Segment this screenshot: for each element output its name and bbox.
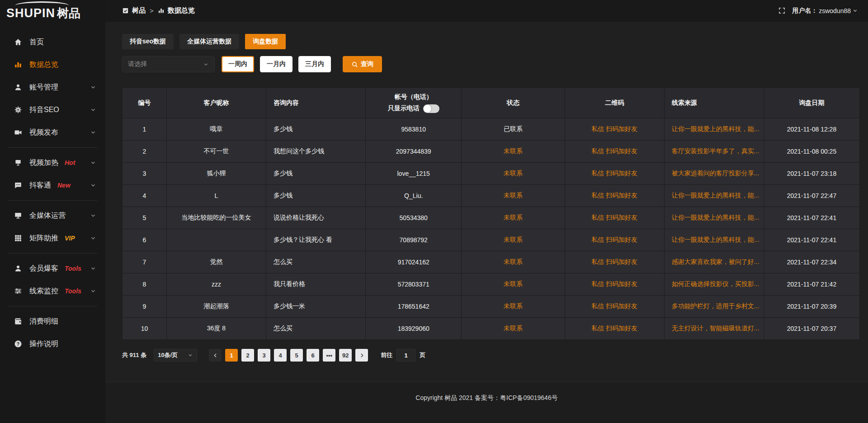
cell-id: 4 [123,185,167,207]
cell-qrcode-link[interactable]: 私信 扫码加好友 [565,163,664,185]
sidebar-item-label: 会员爆客 [29,264,58,273]
cell-account: 70898792 [366,229,462,251]
cell-qrcode-link[interactable]: 私信 扫码加好友 [565,118,664,141]
next-page-button[interactable] [355,349,368,362]
sidebar-item-11[interactable]: 消费明细 [0,310,105,333]
cell-account: love__1215 [366,163,462,185]
cell-account: 572803371 [366,273,462,296]
chevron-down-icon [90,107,96,113]
sidebar-item-label: 账号管理 [29,83,58,92]
page-size-value: 10条/页 [158,351,178,359]
sidebar-item-0[interactable]: 首页 [0,31,105,53]
svg-text:?: ? [17,341,19,347]
range-button-1[interactable]: 一月内 [260,56,292,72]
sidebar-item-5[interactable]: 视频加热Hot [0,151,105,174]
sidebar-item-2[interactable]: 账号管理 [0,76,105,99]
goto-page-input[interactable]: 1 [396,349,415,362]
cell-account: 917024162 [366,251,462,273]
table-body: 1哦章多少钱9583810已联系私信 扫码加好友让你一眼就爱上的黑科技，能...… [123,118,860,340]
cell-account: 9583810 [366,118,462,141]
cell-source-link[interactable]: 被大家追着问的客厅投影分享... [664,163,764,185]
sidebar-item-12[interactable]: ?操作说明 [0,333,105,355]
prev-page-button[interactable] [209,349,222,362]
cell-status: 未联系 [462,163,565,185]
sidebar-item-3[interactable]: 抖音SEO [0,99,105,121]
main-column: 树品 > 数据总览 用户名： zswodun88 [105,0,868,423]
breadcrumb-app[interactable]: 树品 [132,6,146,15]
range-button-2[interactable]: 三月内 [298,56,331,72]
cell-source-link[interactable]: 让你一眼就爱上的黑科技，能... [664,229,764,251]
user-menu[interactable]: 用户名： zswodun88 [792,7,858,15]
chevron-down-icon [90,265,96,272]
tab-2[interactable]: 询盘数据 [245,34,286,49]
cell-status: 未联系 [462,229,565,251]
cell-date: 2021-11-07 20:39 [764,296,859,318]
page-size-select[interactable]: 10条/页 [154,349,197,362]
page-button-5[interactable]: 5 [290,349,303,362]
cell-nickname: 不可一世 [166,141,266,163]
cell-nickname: 36度 8 [166,318,266,340]
ellipsis-page-button[interactable]: ••• [323,349,335,362]
query-button[interactable]: 查询 [343,56,382,72]
cell-source-link[interactable]: 感谢大家喜欢我家，被问了好... [664,251,764,273]
sliders-icon [14,287,23,295]
cell-source-link[interactable]: 让你一眼就爱上的黑科技，能... [664,207,764,229]
sidebar-item-7[interactable]: 全媒体运营 [0,204,105,227]
cell-qrcode-link[interactable]: 私信 扫码加好友 [565,273,664,296]
cell-source-link[interactable]: 让你一眼就爱上的黑科技，能... [664,185,764,207]
cell-nickname: 当地比较能吃的一位美女 [166,207,266,229]
cell-source-link[interactable]: 如何正确选择投影仪，买投影... [664,273,764,296]
sidebar-item-4[interactable]: 视频发布 [0,121,105,144]
fullscreen-icon[interactable] [778,7,786,14]
page-button-2[interactable]: 2 [241,349,254,362]
cell-id: 6 [123,229,167,251]
sidebar-item-10[interactable]: 线索监控Tools [0,280,105,302]
cell-source-link[interactable]: 客厅安装投影半年多了，真实... [664,141,764,163]
sidebar-divider [8,306,97,306]
sidebar-item-badge: Tools [65,265,81,272]
topbar-right: 用户名： zswodun88 [778,7,858,15]
cell-id: 5 [123,207,167,229]
app-root: SHUPIN 树品 首页数据总览账号管理抖音SEO视频发布视频加热Hot抖客通N… [0,0,868,423]
page-button-1[interactable]: 1 [225,349,238,362]
cell-date: 2021-11-07 21:42 [764,273,859,296]
table-row: 5当地比较能吃的一位美女说说价格让我死心50534380未联系私信 扫码加好友让… [123,207,860,229]
chevron-down-icon [90,288,96,294]
cell-qrcode-link[interactable]: 私信 扫码加好友 [565,251,664,273]
cell-qrcode-link[interactable]: 私信 扫码加好友 [565,296,664,318]
sidebar-item-label: 视频发布 [29,128,58,137]
tab-0[interactable]: 抖音seo数据 [122,34,174,49]
sidebar-item-8[interactable]: 矩阵助推VIP [0,227,105,249]
chevron-down-icon [852,8,858,14]
cell-source-link[interactable]: 无主灯设计，智能磁吸轨道灯... [664,318,764,340]
sidebar-item-1[interactable]: 数据总览 [0,53,105,76]
wallet-icon [14,317,23,325]
table-header: 编号客户昵称咨询内容帐号（电话）只显示电话状态二维码线索来源询盘日期 [123,88,860,118]
page-button-4[interactable]: 4 [274,349,287,362]
cell-status: 未联系 [462,207,565,229]
phone-only-toggle[interactable] [423,104,439,113]
tab-1[interactable]: 全媒体运营数据 [179,34,239,49]
cell-qrcode-link[interactable]: 私信 扫码加好友 [565,141,664,163]
chevron-down-icon [90,129,96,136]
cell-nickname: 狐小狸 [166,163,266,185]
page-button-3[interactable]: 3 [258,349,270,362]
cell-content: 多少钱一米 [266,296,366,318]
cell-qrcode-link[interactable]: 私信 扫码加好友 [565,185,664,207]
cell-account: Q_Liu. [366,185,462,207]
cell-source-link[interactable]: 多功能护栏灯，适用于乡村文... [664,296,764,318]
cell-source-link[interactable]: 让你一眼就爱上的黑科技，能... [664,118,764,141]
footer: Copyright 树品 2021 备案号：粤ICP备09019646号 [105,382,868,423]
sidebar-item-6[interactable]: 抖客通New [0,174,105,197]
cell-qrcode-link[interactable]: 私信 扫码加好友 [565,318,664,340]
range-button-0[interactable]: 一周内 [222,56,254,72]
sidebar-item-9[interactable]: 会员爆客Tools [0,257,105,280]
page-button-92[interactable]: 92 [339,349,352,362]
cell-account: 183929060 [366,318,462,340]
cell-qrcode-link[interactable]: 私信 扫码加好友 [565,207,664,229]
cell-qrcode-link[interactable]: 私信 扫码加好友 [565,229,664,251]
filter-select[interactable]: 请选择 [122,56,215,72]
page-button-6[interactable]: 6 [307,349,319,362]
sidebar-item-badge: New [57,182,71,189]
cell-content: 说说价格让我死心 [266,207,366,229]
